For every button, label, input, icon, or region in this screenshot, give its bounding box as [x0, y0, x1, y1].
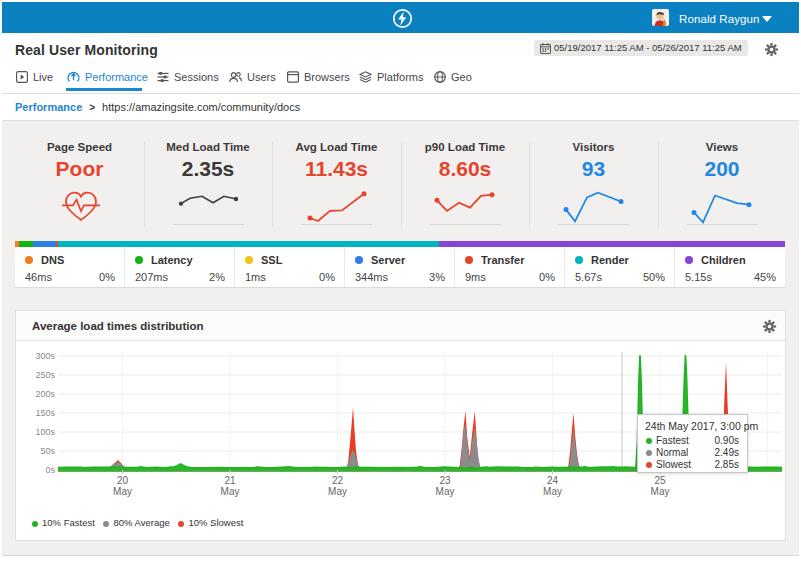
- svg-text:May: May: [543, 486, 562, 497]
- svg-text:25: 25: [654, 475, 666, 486]
- svg-text:50s: 50s: [40, 446, 55, 456]
- svg-text:May: May: [436, 486, 455, 497]
- svg-text:May: May: [328, 486, 347, 497]
- svg-text:300s: 300s: [35, 351, 55, 361]
- svg-text:150s: 150s: [35, 408, 55, 418]
- svg-text:May: May: [651, 486, 670, 497]
- svg-text:100s: 100s: [35, 427, 55, 437]
- svg-text:250s: 250s: [35, 370, 55, 380]
- svg-text:22: 22: [332, 475, 344, 486]
- svg-text:200s: 200s: [35, 389, 55, 399]
- svg-text:May: May: [221, 486, 240, 497]
- svg-text:23: 23: [439, 475, 451, 486]
- svg-text:May: May: [113, 486, 132, 497]
- svg-text:20: 20: [117, 475, 129, 486]
- svg-text:24: 24: [547, 475, 559, 486]
- svg-text:0s: 0s: [45, 465, 55, 475]
- svg-text:21: 21: [224, 475, 236, 486]
